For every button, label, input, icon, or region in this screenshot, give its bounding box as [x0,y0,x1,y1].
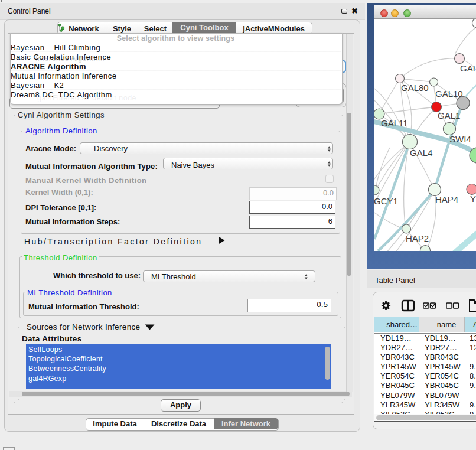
svg-text:GCY1: GCY1 [374,196,398,206]
svg-text:HAP4: HAP4 [435,194,458,204]
svg-text:GAL10: GAL10 [435,89,463,99]
svg-text:GAL80: GAL80 [401,83,429,93]
svg-text:GAL11: GAL11 [381,118,408,128]
svg-text:GAL7: GAL7 [460,63,476,73]
svg-text:GAL4: GAL4 [410,148,432,158]
svg-text:Y: Y [470,194,476,204]
svg-text:SWI4: SWI4 [449,134,471,144]
svg-text:GAL1: GAL1 [438,110,460,120]
svg-text:HAP2: HAP2 [406,233,429,243]
